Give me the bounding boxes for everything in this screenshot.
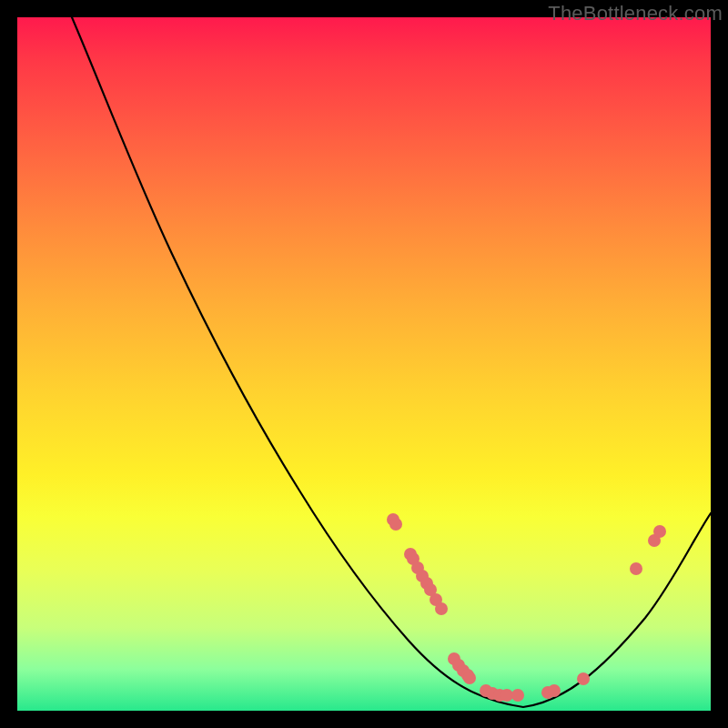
- data-point: [630, 562, 642, 575]
- watermark-text: TheBottleneck.com: [548, 2, 723, 25]
- data-points: [387, 513, 666, 702]
- data-point: [511, 689, 524, 702]
- data-point: [548, 684, 561, 697]
- data-point: [653, 525, 666, 538]
- bottleneck-curve: [72, 17, 711, 707]
- data-point: [389, 518, 402, 531]
- data-point: [577, 672, 590, 685]
- plot-area: [17, 17, 711, 711]
- data-point: [500, 689, 513, 702]
- chart-svg: [17, 17, 711, 711]
- data-point: [463, 672, 476, 684]
- data-point: [435, 602, 448, 615]
